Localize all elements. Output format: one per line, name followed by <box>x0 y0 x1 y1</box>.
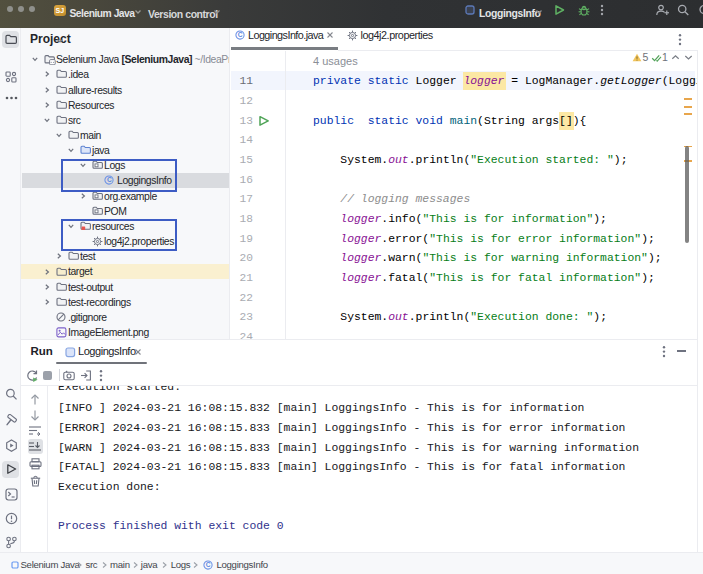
svg-text:C: C <box>238 31 243 38</box>
svg-text:C: C <box>206 561 211 568</box>
